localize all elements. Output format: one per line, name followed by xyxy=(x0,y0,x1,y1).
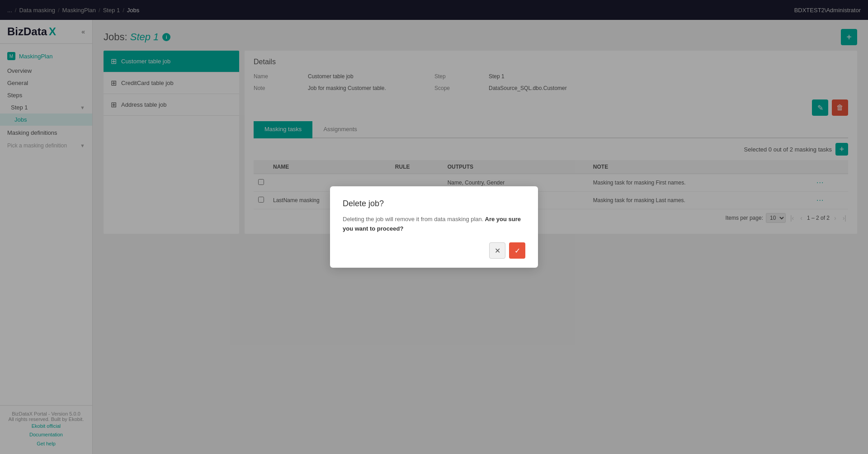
modal-actions: ✕ ✓ xyxy=(343,242,525,259)
delete-job-modal: Delete job? Deleting the job will remove… xyxy=(330,186,538,268)
close-icon: ✕ xyxy=(495,246,500,255)
modal-cancel-button[interactable]: ✕ xyxy=(489,242,505,259)
modal-body-text: Deleting the job will remove it from dat… xyxy=(343,216,483,222)
modal-confirm-button[interactable]: ✓ xyxy=(509,242,525,259)
check-icon: ✓ xyxy=(514,246,520,255)
modal-overlay: Delete job? Deleting the job will remove… xyxy=(93,20,868,454)
main-content: Jobs: Step 1 i + ⊞ Customer table job ⊞ … xyxy=(93,20,868,454)
modal-body: Deleting the job will remove it from dat… xyxy=(343,215,525,234)
modal-title: Delete job? xyxy=(343,199,525,208)
